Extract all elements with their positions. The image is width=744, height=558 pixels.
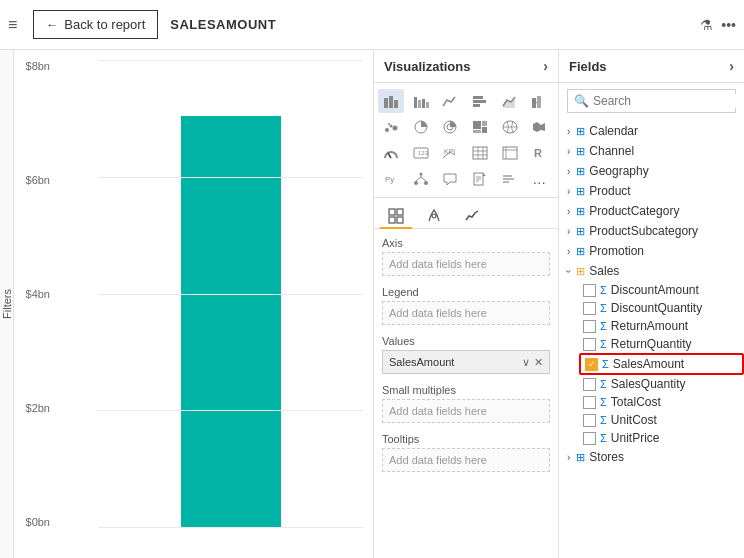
field-group-channel-header[interactable]: › ⊞ Channel [559,141,744,161]
field-item-returnamount[interactable]: Σ ReturnAmount [579,317,744,335]
field-item-discountquantity[interactable]: Σ DiscountQuantity [579,299,744,317]
treemap-icon2[interactable] [467,115,493,139]
svg-text:R: R [534,147,542,159]
clustered-column-icon[interactable] [408,89,434,113]
qa-visual-icon[interactable] [437,167,463,191]
line-area-icon[interactable] [497,89,523,113]
tooltips-well-section: Tooltips Add data fields here [374,429,558,476]
salesamount-sigma: Σ [602,358,609,370]
legend-drop-zone[interactable]: Add data fields here [382,301,550,325]
field-item-unitprice[interactable]: Σ UnitPrice [579,429,744,447]
filled-map-icon2[interactable] [526,115,552,139]
stacked-bar-icon2[interactable] [467,89,493,113]
more-options-icon[interactable]: ••• [721,17,736,33]
format-tab[interactable] [418,204,450,228]
paginated-icon2[interactable] [467,167,493,191]
ai-decomp-icon[interactable] [408,167,434,191]
salesamount-check[interactable]: ✓ [585,358,598,371]
field-item-returnquantity[interactable]: Σ ReturnQuantity [579,335,744,353]
donut-icon2[interactable] [437,115,463,139]
fields-panel: Fields › 🔍 › ⊞ Calendar › ⊞ [559,50,744,558]
values-expand-icon[interactable]: ∨ [522,356,530,369]
fields-panel-expand[interactable]: › [729,58,734,74]
salesquantity-check[interactable] [583,378,596,391]
stores-label: Stores [589,450,624,464]
svg-rect-0 [384,98,388,108]
viz-panel-expand[interactable]: › [543,58,548,74]
kpi-icon2[interactable]: KPI [437,141,463,165]
returnquantity-sigma: Σ [600,338,607,350]
back-button-label: Back to report [64,17,145,32]
discountamount-check[interactable] [583,284,596,297]
returnquantity-check[interactable] [583,338,596,351]
more-viz-dots[interactable]: … [526,167,552,191]
field-group-calendar-header[interactable]: › ⊞ Calendar [559,121,744,141]
gauge-icon2[interactable] [378,141,404,165]
returnamount-check[interactable] [583,320,596,333]
field-group-stores-header[interactable]: › ⊞ Stores [559,447,744,467]
svg-rect-7 [473,96,483,99]
filters-sidebar[interactable]: Filters [0,50,14,558]
field-group-promotion-header[interactable]: › ⊞ Promotion [559,241,744,261]
ribbon-icon[interactable] [526,89,552,113]
axis-placeholder: Add data fields here [389,258,487,270]
report-title: SALESAMOUNT [170,17,276,32]
small-multiples-drop-zone[interactable]: Add data fields here [382,399,550,423]
fields-search-box[interactable]: 🔍 [567,89,736,113]
channel-expand-arrow: › [567,146,570,157]
python-visual-icon[interactable]: Py [378,167,404,191]
axis-label: Axis [382,237,550,249]
field-item-totalcost[interactable]: Σ TotalCost [579,393,744,411]
field-group-productsubcategory-header[interactable]: › ⊞ ProductSubcategory [559,221,744,241]
table-icon2[interactable] [467,141,493,165]
pie-icon2[interactable] [408,115,434,139]
svg-text:123: 123 [418,150,429,156]
totalcost-check[interactable] [583,396,596,409]
build-tab[interactable] [380,204,412,228]
svg-rect-2 [394,100,398,108]
calendar-expand-arrow: › [567,126,570,137]
axis-drop-zone[interactable]: Add data fields here [382,252,550,276]
field-group-product-header[interactable]: › ⊞ Product [559,181,744,201]
smart-narrative-icon2[interactable] [497,167,523,191]
sales-table-icon: ⊞ [576,265,585,278]
fields-list: › ⊞ Calendar › ⊞ Channel › ⊞ Geography [559,119,744,558]
discountquantity-check[interactable] [583,302,596,315]
hamburger-icon[interactable]: ≡ [8,16,17,34]
field-group-geography-header[interactable]: › ⊞ Geography [559,161,744,181]
bar-salesamount[interactable] [181,116,281,528]
unitcost-check[interactable] [583,414,596,427]
svg-point-14 [390,125,393,128]
line-chart-icon2[interactable] [437,89,463,113]
back-to-report-button[interactable]: ← Back to report [33,10,158,39]
unitprice-check[interactable] [583,432,596,445]
values-drop-zone[interactable]: SalesAmount ∨ ✕ [382,350,550,374]
scatter-icon2[interactable] [378,115,404,139]
field-group-productcategory-header[interactable]: › ⊞ ProductCategory [559,201,744,221]
filter-icon[interactable]: ⚗ [700,17,713,33]
unitprice-sigma: Σ [600,432,607,444]
values-remove-icon[interactable]: ✕ [534,356,543,369]
field-group-sales-header[interactable]: › ⊞ Sales [559,261,744,281]
svg-point-57 [432,214,436,218]
field-item-salesamount[interactable]: ✓ Σ SalesAmount [579,353,744,375]
svg-point-44 [414,181,418,185]
product-table-icon: ⊞ [576,185,585,198]
field-group-productcategory: › ⊞ ProductCategory [559,201,744,221]
card-icon2[interactable]: 123 [408,141,434,165]
svg-rect-4 [418,100,421,108]
discountquantity-sigma: Σ [600,302,607,314]
field-item-unitcost[interactable]: Σ UnitCost [579,411,744,429]
svg-rect-21 [482,121,487,126]
analytics-tab[interactable] [456,204,488,228]
productsubcategory-expand-arrow: › [567,226,570,237]
tooltips-drop-zone[interactable]: Add data fields here [382,448,550,472]
small-multiples-label: Small multiples [382,384,550,396]
stacked-column-chart-icon[interactable] [378,89,404,113]
map-icon2[interactable] [497,115,523,139]
matrix-icon2[interactable] [497,141,523,165]
field-item-salesquantity[interactable]: Σ SalesQuantity [579,375,744,393]
fields-search-input[interactable] [593,94,743,108]
r-visual-icon[interactable]: R [526,141,552,165]
field-item-discountamount[interactable]: Σ DiscountAmount [579,281,744,299]
